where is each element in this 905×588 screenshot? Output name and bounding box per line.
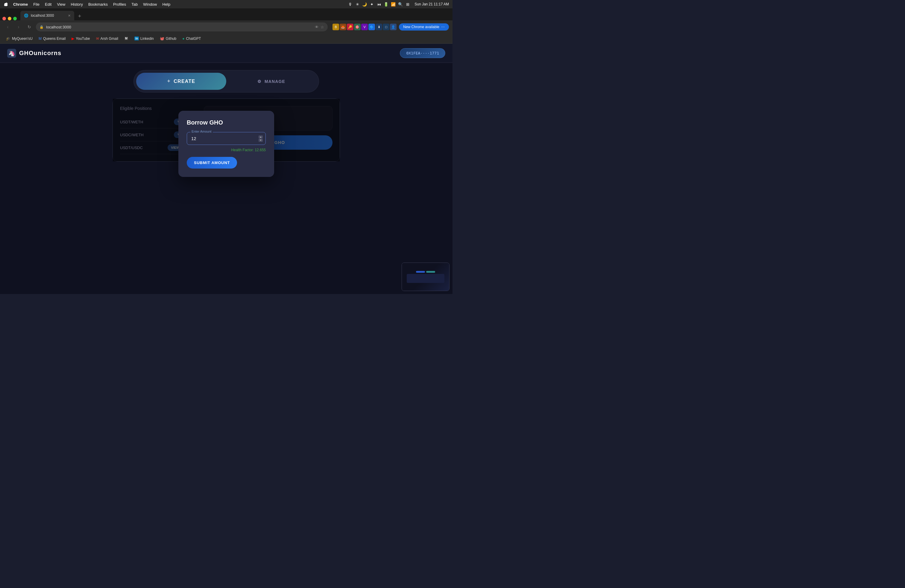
bookmark-github[interactable]: 🐙 Github: [157, 36, 179, 41]
bookmark-chatgpt[interactable]: ● ChatGPT: [180, 36, 203, 41]
linkedin-icon: in: [134, 37, 139, 40]
reload-btn[interactable]: ↻: [25, 23, 33, 31]
menu-bar: Chrome File Edit View History Bookmarks …: [13, 2, 170, 6]
amount-spinner: ▲ ▼: [259, 135, 263, 141]
manage-label: MANAGE: [265, 79, 285, 84]
search-icon[interactable]: 🔍: [398, 2, 403, 7]
address-bar[interactable]: 🔒 localhost:3000 👁 ☆: [36, 22, 328, 32]
moon-icon[interactable]: 🌙: [362, 2, 367, 7]
modal-title: Borrow GHO: [187, 119, 266, 126]
battery-icon[interactable]: 🔋: [383, 2, 389, 7]
titlebar-right: 🎙 ✳ 🌙 ✦ ⏮ 🔋 📶 🔍 ⊞ Sun Jan 21 11:17 AM: [348, 2, 449, 7]
extension-icons: B 🦊 🔑 🎯 V 🔷 ⬇ □ 👤: [332, 24, 397, 30]
gmail-icon: ✉: [96, 37, 99, 41]
create-button[interactable]: + CREATE: [136, 73, 226, 90]
new-chrome-btn[interactable]: New Chrome available ⋯: [399, 23, 449, 30]
ext-icon-7[interactable]: ⬇: [376, 24, 382, 30]
thumbnail-preview: [402, 262, 449, 291]
control-center-icon[interactable]: ⊞: [405, 2, 410, 7]
queens-email-icon: M: [39, 37, 41, 41]
app-logo-text: GHOunicorns: [19, 50, 61, 57]
bluetooth-icon[interactable]: ✦: [369, 2, 375, 7]
mic-icon[interactable]: 🎙: [348, 2, 353, 7]
linkedin-label: Linkedin: [140, 37, 154, 41]
close-window-btn[interactable]: [2, 17, 6, 21]
bookmark-myqueens[interactable]: 🎓 MyQueen'sU: [3, 36, 35, 41]
new-chrome-dots: ⋯: [441, 25, 445, 29]
maximize-window-btn[interactable]: [13, 17, 17, 21]
asterisk-icon[interactable]: ✳: [355, 2, 360, 7]
new-tab-btn[interactable]: +: [75, 12, 84, 21]
nav-buttons: + CREATE ⚙ MANAGE: [133, 70, 319, 92]
thumb-btn-row: [416, 271, 435, 273]
tab-close-btn[interactable]: ✕: [68, 14, 71, 17]
menu-bookmarks[interactable]: Bookmarks: [88, 2, 108, 6]
browser-toolbar: ‹ › ↻ 🔒 localhost:3000 👁 ☆ B 🦊 🔑 🎯 V 🔷 ⬇…: [0, 21, 452, 33]
modal-overlay: Borrow GHO Enter Amount ▲ ▼ Health Facto…: [113, 99, 340, 161]
thumbnail-inner: [402, 263, 449, 291]
manage-icon: ⚙: [257, 79, 262, 84]
medium-icon: M: [124, 37, 129, 40]
thumb-content: [407, 274, 445, 283]
minimize-window-btn[interactable]: [8, 17, 11, 21]
menu-chrome[interactable]: Chrome: [13, 2, 28, 6]
ext-icon-2[interactable]: 🦊: [340, 24, 346, 30]
bookmark-queens-email[interactable]: M Queens Email: [36, 36, 68, 41]
menu-tab[interactable]: Tab: [132, 2, 138, 6]
submit-amount-btn[interactable]: SUBMIT AMOUNT: [187, 157, 237, 168]
ext-icon-9[interactable]: 👤: [390, 24, 397, 30]
myqueens-label: MyQueen'sU: [12, 37, 33, 41]
menu-help[interactable]: Help: [162, 2, 171, 6]
tab-title: localhost:3000: [31, 13, 54, 17]
wallet-button[interactable]: 0X1FEA····1771: [400, 48, 445, 58]
youtube-label: YouTube: [76, 37, 90, 41]
eye-icon[interactable]: 👁: [315, 25, 319, 29]
menu-history[interactable]: History: [71, 2, 83, 6]
myqueens-icon: 🎓: [6, 37, 11, 41]
forward-btn[interactable]: ›: [14, 23, 23, 31]
playback-icon[interactable]: ⏮: [376, 2, 381, 7]
menu-profiles[interactable]: Profiles: [113, 2, 126, 6]
back-btn[interactable]: ‹: [3, 23, 12, 31]
arsh-gmail-label: Arsh Gmail: [100, 37, 118, 41]
app-logo: 🦄 GHOunicorns: [7, 49, 61, 58]
github-label: Github: [166, 37, 176, 41]
active-tab[interactable]: 🌐 localhost:3000 ✕: [21, 11, 74, 21]
page-content: + CREATE ⚙ MANAGE Eligible Positions USD…: [0, 63, 452, 169]
new-chrome-label: New Chrome available: [403, 25, 439, 29]
create-icon: +: [167, 78, 171, 84]
spinner-up-btn[interactable]: ▲: [259, 135, 263, 138]
window-controls: [2, 17, 17, 21]
health-factor-text: Health Factor: 12.655: [187, 148, 266, 152]
menu-file[interactable]: File: [33, 2, 40, 6]
star-icon[interactable]: ☆: [321, 25, 324, 29]
bookmarks-bar: 🎓 MyQueen'sU M Queens Email ▶ YouTube ✉ …: [0, 33, 452, 44]
manage-button[interactable]: ⚙ MANAGE: [226, 73, 316, 90]
borrow-modal: Borrow GHO Enter Amount ▲ ▼ Health Facto…: [178, 111, 274, 177]
menu-view[interactable]: View: [57, 2, 65, 6]
ext-icon-3[interactable]: 🔑: [347, 24, 353, 30]
wifi-icon[interactable]: 📶: [391, 2, 396, 7]
bookmark-linkedin[interactable]: in Linkedin: [132, 36, 156, 41]
bookmark-arsh-gmail[interactable]: ✉ Arsh Gmail: [94, 36, 121, 41]
ext-icon-4[interactable]: 🎯: [354, 24, 360, 30]
main-content: 🦄 GHOunicorns 0X1FEA····1771 + CREATE ⚙ …: [0, 44, 452, 294]
url-display: localhost:3000: [46, 25, 313, 29]
datetime: Sun Jan 21 11:17 AM: [414, 2, 449, 6]
chatgpt-label: ChatGPT: [186, 37, 201, 41]
amount-input[interactable]: [187, 132, 266, 145]
apple-menu[interactable]: [3, 2, 8, 6]
spinner-down-btn[interactable]: ▼: [259, 138, 263, 141]
ext-icon-1[interactable]: B: [332, 24, 339, 30]
youtube-icon: ▶: [71, 37, 74, 41]
bookmark-medium[interactable]: M: [122, 36, 131, 41]
ext-icon-8[interactable]: □: [383, 24, 389, 30]
ext-icon-5[interactable]: V: [361, 24, 368, 30]
create-label: CREATE: [173, 79, 195, 84]
menu-edit[interactable]: Edit: [45, 2, 51, 6]
tabbar: 🌐 localhost:3000 ✕ +: [0, 8, 452, 21]
github-icon: 🐙: [160, 37, 164, 41]
bookmark-youtube[interactable]: ▶ YouTube: [69, 36, 92, 41]
ext-icon-6[interactable]: 🔷: [368, 24, 375, 30]
menu-window[interactable]: Window: [143, 2, 157, 6]
